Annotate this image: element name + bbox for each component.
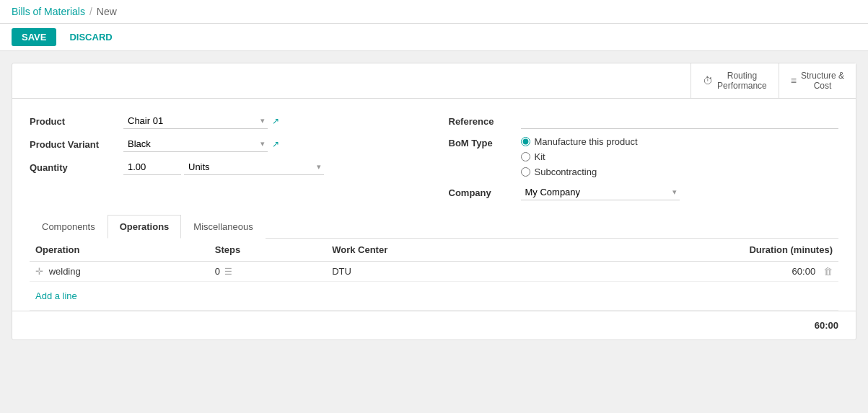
add-line-button[interactable]: Add a line	[35, 286, 77, 306]
unit-dropdown-arrow[interactable]: ▾	[314, 162, 324, 172]
table-row: ✛ welding 0 ☰ DTU	[30, 262, 838, 282]
company-select-wrapper: ▾	[521, 185, 680, 200]
steps-list-icon[interactable]: ☰	[224, 267, 232, 277]
company-label: Company	[449, 187, 521, 198]
bom-type-kit[interactable]: Kit	[521, 151, 638, 162]
product-dropdown-arrow[interactable]: ▾	[258, 116, 268, 125]
table-section: Operation Steps Work Center Duration (mi…	[12, 239, 856, 311]
routing-performance-button[interactable]: ⏱ Routing Performance	[691, 63, 779, 98]
bom-type-label: BoM Type	[449, 136, 521, 148]
quantity-label: Quantity	[30, 162, 123, 173]
bom-type-subcontracting[interactable]: Subcontracting	[521, 166, 638, 177]
bom-type-row: BoM Type Manufacture this product Kit	[449, 136, 839, 177]
action-bar: SAVE DISCARD	[0, 24, 868, 51]
bom-type-kit-label: Kit	[535, 151, 545, 162]
steps-value: 0	[215, 266, 220, 277]
tabs-section: Components Operations Miscellaneous	[12, 208, 856, 239]
operations-table: Operation Steps Work Center Duration (mi…	[30, 239, 838, 311]
form-right: Reference BoM Type Manufacture this prod…	[434, 113, 839, 200]
product-variant-select-wrapper: ▾	[123, 136, 268, 152]
bom-type-subcontracting-radio[interactable]	[521, 167, 530, 177]
list-icon: ≡	[791, 75, 797, 86]
card-footer: 60:00	[12, 311, 856, 339]
structure-cost-label: Structure & Cost	[801, 71, 844, 91]
tabs: Components Operations Miscellaneous	[30, 215, 838, 239]
bom-type-radio-group: Manufacture this product Kit Subcontract…	[521, 136, 638, 177]
company-row: Company ▾	[449, 185, 839, 200]
form-left: Product ▾ ↗ Product Variant	[30, 113, 434, 200]
reference-input[interactable]	[521, 113, 839, 129]
col-work-center: Work Center	[326, 239, 538, 262]
col-duration: Duration (minutes)	[538, 239, 838, 262]
breadcrumb: Bills of Materials / New	[12, 6, 117, 17]
steps-cell: 0 ☰	[215, 266, 320, 277]
product-variant-row: Product Variant ▾ ↗	[30, 136, 420, 152]
delete-row-icon[interactable]: 🗑	[823, 266, 833, 277]
tab-components[interactable]: Components	[30, 215, 108, 239]
product-field: ▾ ↗	[123, 113, 420, 129]
product-row: Product ▾ ↗	[30, 113, 420, 129]
reference-label: Reference	[449, 116, 521, 127]
product-label: Product	[30, 116, 123, 127]
top-bar: Bills of Materials / New	[0, 0, 868, 24]
product-input[interactable]	[123, 113, 258, 128]
discard-button[interactable]: DISCARD	[62, 28, 119, 46]
product-variant-input[interactable]	[123, 136, 258, 151]
add-line-cell: Add a line	[30, 282, 838, 311]
add-line-row: Add a line	[30, 282, 838, 311]
breadcrumb-separator: /	[89, 6, 92, 17]
main-content: ⏱ Routing Performance ≡ Structure & Cost…	[0, 51, 868, 352]
operation-value[interactable]: welding	[49, 266, 81, 277]
breadcrumb-current: New	[97, 6, 117, 17]
footer-total: 60:00	[815, 320, 838, 331]
bom-type-manufacture[interactable]: Manufacture this product	[521, 136, 638, 147]
form-body: Product ▾ ↗ Product Variant	[12, 99, 856, 208]
quantity-field: ▾	[123, 159, 420, 175]
save-button[interactable]: SAVE	[12, 28, 56, 46]
table-header-row: Operation Steps Work Center Duration (mi…	[30, 239, 838, 262]
duration-value: 60:00	[792, 266, 816, 277]
col-steps: Steps	[209, 239, 326, 262]
quantity-input[interactable]	[123, 159, 181, 175]
unit-input[interactable]	[184, 159, 314, 174]
cell-work-center: DTU	[326, 262, 538, 282]
product-variant-dropdown-arrow[interactable]: ▾	[258, 139, 268, 148]
work-center-value[interactable]: DTU	[332, 266, 351, 277]
unit-select-wrapper: ▾	[184, 159, 324, 175]
product-select-wrapper: ▾	[123, 113, 268, 129]
breadcrumb-parent[interactable]: Bills of Materials	[12, 6, 85, 17]
tab-miscellaneous[interactable]: Miscellaneous	[181, 215, 265, 239]
card-top-bar: ⏱ Routing Performance ≡ Structure & Cost	[12, 63, 856, 99]
form-card: ⏱ Routing Performance ≡ Structure & Cost…	[12, 63, 856, 340]
bom-type-kit-radio[interactable]	[521, 152, 530, 161]
product-external-link[interactable]: ↗	[272, 116, 279, 126]
product-variant-external-link[interactable]: ↗	[272, 139, 279, 149]
bom-type-subcontracting-label: Subcontracting	[535, 166, 597, 177]
company-input[interactable]	[521, 185, 670, 200]
bom-type-manufacture-radio[interactable]	[521, 137, 530, 146]
cell-duration: 60:00 🗑	[538, 262, 838, 282]
reference-row: Reference	[449, 113, 839, 129]
bom-type-manufacture-label: Manufacture this product	[535, 136, 638, 147]
tab-operations[interactable]: Operations	[108, 215, 182, 239]
product-variant-field: ▾ ↗	[123, 136, 420, 152]
cell-operation: ✛ welding	[30, 262, 209, 282]
company-dropdown-arrow[interactable]: ▾	[670, 187, 680, 197]
structure-cost-button[interactable]: ≡ Structure & Cost	[779, 63, 856, 98]
cell-steps: 0 ☰	[209, 262, 326, 282]
routing-performance-label: Routing Performance	[717, 71, 767, 91]
product-variant-label: Product Variant	[30, 139, 123, 150]
col-operation: Operation	[30, 239, 209, 262]
drag-handle-icon[interactable]: ✛	[35, 266, 43, 277]
clock-icon: ⏱	[703, 75, 713, 86]
quantity-row: Quantity ▾	[30, 159, 420, 175]
